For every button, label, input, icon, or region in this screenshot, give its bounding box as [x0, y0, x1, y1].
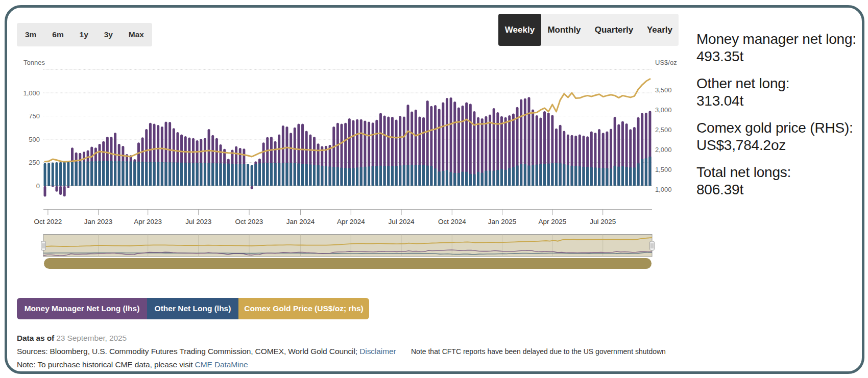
svg-text:Oct 2024: Oct 2024: [438, 218, 466, 225]
svg-text:Jan 2025: Jan 2025: [488, 218, 517, 225]
svg-text:US$/oz: US$/oz: [655, 59, 677, 66]
svg-text:2,000: 2,000: [655, 146, 672, 154]
svg-text:Jan 2023: Jan 2023: [84, 218, 113, 225]
svg-text:3,000: 3,000: [655, 106, 672, 114]
svg-text:0: 0: [36, 182, 40, 190]
svg-text:3,500: 3,500: [655, 86, 672, 94]
svg-text:Jul 2024: Jul 2024: [388, 218, 415, 225]
svg-text:2,500: 2,500: [655, 126, 672, 134]
svg-text:Jul 2023: Jul 2023: [185, 218, 211, 225]
svg-text:250: 250: [29, 159, 40, 166]
svg-text:1,500: 1,500: [655, 166, 672, 173]
svg-text:Tonnes: Tonnes: [23, 59, 45, 66]
svg-text:750: 750: [29, 112, 40, 120]
svg-text:500: 500: [29, 136, 40, 143]
svg-text:1,000: 1,000: [23, 89, 40, 97]
svg-text:Apr 2024: Apr 2024: [337, 218, 365, 225]
svg-text:Oct 2023: Oct 2023: [235, 218, 263, 225]
svg-text:1,000: 1,000: [655, 186, 672, 193]
svg-text:Jul 2025: Jul 2025: [590, 218, 616, 225]
svg-text:Oct 2022: Oct 2022: [34, 218, 62, 225]
svg-text:Apr 2025: Apr 2025: [538, 218, 566, 225]
svg-text:Apr 2023: Apr 2023: [134, 218, 162, 225]
svg-text:Jan 2024: Jan 2024: [286, 218, 315, 225]
